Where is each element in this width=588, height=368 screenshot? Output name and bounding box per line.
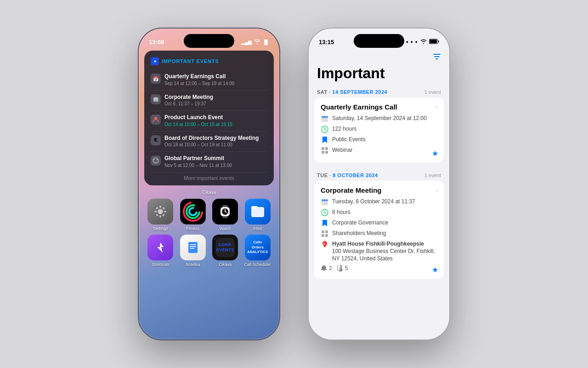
app-item-cikava[interactable]: CORP.EVENTS Cikava [211,235,240,267]
app-item-shortcuts[interactable]: Shortcuts [146,235,175,267]
cikava-app-icon[interactable]: CORP.EVENTS [212,235,238,260]
bell-count-2: 2 [329,265,332,271]
svg-rect-49 [322,199,328,201]
event-card-title-1: Quarterly Earnings Call [321,103,437,111]
detail-row-duration-1: 122 hours [321,125,437,133]
event-info-4: Board of Directors Strategy Meeting Oct … [164,135,259,149]
event-name-2: Corporate Meeting [164,94,213,101]
fitness-app-icon[interactable] [180,199,206,224]
svg-point-2 [154,117,157,120]
svg-rect-8 [160,215,161,218]
event-icon-4: 🏗 [151,135,161,145]
svg-rect-14 [156,214,158,217]
settings-app-icon[interactable] [147,199,173,224]
app-item-files[interactable]: Files [243,199,272,231]
notetka-app-icon[interactable] [180,235,206,260]
event-icon-1: 📅 [151,74,161,84]
event-name-5: Global Partner Summit [164,155,232,162]
svg-rect-9 [154,211,157,212]
event-count-2: 1 event [424,172,441,178]
clock-icon-2 [321,208,329,217]
right-scroll-area[interactable]: Important SAT · 14 SEPTEMBER 2024 1 even… [309,51,449,339]
bell-attach-row-2: 2 5 [321,265,437,273]
status-time-left: 13:08 [149,39,164,46]
event-info-2: Corporate Meeting Oct 8, 11:37 – 19:37 [164,94,213,108]
event-card-2[interactable]: Corporate Meeting › Tuesday, 8 October 2… [314,181,444,279]
event-time-4: Oct 18 at 10:00 – Oct 19 at 11:00 [164,142,259,148]
app-grid-row1: Settings Fitness [144,199,274,231]
chevron-icon-2: › [436,186,438,194]
grid-icon-2 [321,230,329,238]
detail-duration-text-1: 122 hours [332,125,356,133]
svg-rect-57 [322,234,324,237]
event-row-1[interactable]: 📅 Quarterly Earnings Call Sep 14 at 12:0… [151,70,267,91]
event-icon-2: 🏢 [151,94,161,104]
filter-icon[interactable] [433,52,441,62]
widget-app-label: Cikava [144,190,274,195]
detail-row-date-1: Saturday, 14 September 2024 at 12:00 [321,115,437,123]
event-info-1: Quarterly Earnings Call Sep 14 at 12:00 … [164,73,234,87]
svg-rect-11 [156,207,158,210]
dynamic-island-right [354,34,404,48]
important-events-widget[interactable]: ★ IMPORTANT EVENTS 📅 Quarterly Earnings … [144,51,274,185]
date-num-1: 14 SEPTEMBER 2024 [332,89,387,95]
callscheduler-app-icon[interactable]: CallsOrdersANALYTICS [245,235,271,260]
files-app-icon[interactable] [245,199,271,224]
callscheduler-app-label: Call Scheduler [244,262,271,267]
detail-row-date-2: Tuesday, 8 October 2024 at 11:37 [321,198,437,206]
event-row-5[interactable]: Global Partner Summit Nov 5 at 12:00 – N… [151,152,267,172]
event-card-1[interactable]: Quarterly Earnings Call › Saturday, 14 S… [314,98,444,162]
event-row-3[interactable]: Product Launch Event Oct 14 at 10:00 – O… [151,111,267,132]
detail-row-location-2: Hyatt House Fishkill-Poughkeepsie 100 We… [321,240,437,263]
event-info-5: Global Partner Summit Nov 5 at 12:00 – N… [164,155,232,169]
svg-rect-28 [190,244,196,245]
event-row-4[interactable]: 🏗 Board of Directors Strategy Meeting Oc… [151,132,267,152]
star-button-1[interactable]: ★ [432,149,438,158]
more-events-label[interactable]: More important events [151,172,267,181]
date-section-1: SAT · 14 SEPTEMBER 2024 1 event Quarterl… [309,86,449,162]
event-card-title-2: Corporate Meeting [321,186,437,194]
svg-rect-25 [251,206,258,209]
svg-rect-45 [325,147,328,150]
page-title: Important [309,65,449,86]
star-button-2[interactable]: ★ [432,265,438,274]
app-item-settings[interactable]: Settings [146,199,175,231]
left-content: ★ IMPORTANT EVENTS 📅 Quarterly Earnings … [139,51,279,267]
app-item-notetka[interactable]: Notetka [179,235,208,267]
day-abbr-1: SAT · [317,89,332,95]
right-content-area: Important SAT · 14 SEPTEMBER 2024 1 even… [309,51,449,339]
detail-duration-text-2: 8 hours [332,208,351,216]
svg-rect-56 [325,230,328,233]
wifi-icon-right [420,39,427,45]
calendar-icon-2 [321,198,329,206]
svg-point-17 [189,208,197,215]
notetka-app-label: Notetka [186,262,200,267]
app-item-callscheduler[interactable]: CallsOrdersANALYTICS Call Scheduler [243,235,272,267]
svg-point-4 [154,159,155,161]
battery-icon: ▐▌ [263,40,269,45]
day-abbr-2: TUE · [317,172,333,178]
location-text-2: Hyatt House Fishkill-Poughkeepsie 100 We… [332,240,437,263]
widget-app-icon: ★ [151,57,159,65]
event-icon-5 [151,155,161,166]
attach-badge-2[interactable]: 5 [337,265,348,271]
status-icons-right: ● ● ● ● [401,39,439,45]
status-icons-left: ▂▄▆ ▐▌ [241,39,269,45]
event-row-2[interactable]: 🏢 Corporate Meeting Oct 8, 11:37 – 19:37 [151,91,267,111]
event-count-1: 1 event [424,89,441,95]
app-item-watch[interactable]: Watch [211,199,240,231]
date-num-2: 8 OCTOBER 2024 [333,172,378,178]
watch-app-icon[interactable] [212,199,238,224]
right-phone: 13:15 ● ● ● ● Important [308,28,450,340]
app-item-fitness[interactable]: Fitness [179,199,208,231]
bell-badge-2[interactable]: 2 [321,265,332,271]
right-header [309,51,449,65]
detail-row-tag2-2: Shareholders Meeting [321,230,437,238]
event-time-1: Sep 14 at 12:00 – Sep 19 at 14:00 [164,80,234,87]
svg-rect-47 [325,151,328,154]
date-header-1: SAT · 14 SEPTEMBER 2024 1 event [309,86,449,98]
shortcuts-app-icon[interactable] [147,235,173,260]
chevron-icon-1: › [436,103,438,110]
settings-app-label: Settings [153,226,168,231]
date-section-2: TUE · 8 OCTOBER 2024 1 event Corporate M… [309,170,449,279]
